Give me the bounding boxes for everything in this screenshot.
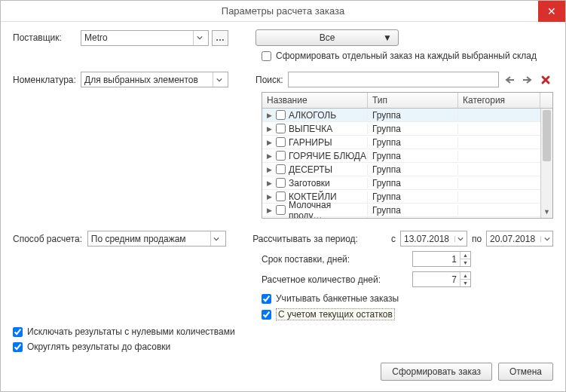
supplier-browse-button[interactable]: …: [212, 30, 228, 46]
chevron-down-icon: [213, 72, 225, 87]
close-button[interactable]: ✕: [538, 1, 565, 22]
table-row[interactable]: ▶Молочная проду…Группа: [262, 204, 540, 217]
row-checkbox[interactable]: [276, 164, 286, 174]
separate-order-label: Сформировать отдельный заказ на каждый в…: [276, 51, 537, 61]
col-category[interactable]: Категория: [458, 93, 540, 108]
row-name: ДЕСЕРТЫ: [289, 164, 332, 175]
row-checkbox[interactable]: [276, 178, 286, 188]
row-type: Группа: [368, 137, 458, 148]
period-to-value: 20.07.2018: [487, 234, 540, 244]
period-from-value: 13.07.2018: [401, 234, 454, 244]
search-input[interactable]: [288, 72, 499, 87]
expand-icon[interactable]: ▶: [267, 125, 273, 133]
row-name: АЛКОГОЛЬ: [289, 110, 336, 121]
row-checkbox[interactable]: [276, 205, 286, 215]
expand-icon[interactable]: ▶: [267, 112, 273, 119]
spin-down-icon[interactable]: ▼: [460, 259, 470, 266]
row-name: ВЫПЕЧКА: [289, 124, 332, 134]
round-label: Округлять результаты до фасовки: [27, 341, 170, 352]
table-row[interactable]: ▶АЛКОГОЛЬГруппа: [262, 109, 540, 122]
table-row[interactable]: ▶ГАРНИРЫГруппа: [262, 136, 540, 149]
from-label: с: [391, 234, 396, 244]
delivery-days-value: 1: [413, 254, 460, 265]
chevron-down-icon: [210, 231, 222, 246]
row-type: Группа: [368, 205, 458, 216]
row-type: Группа: [368, 151, 458, 161]
supplier-value: Metro: [84, 32, 108, 43]
nomenclature-label: Номенклатура:: [13, 75, 81, 85]
period-from-input[interactable]: 13.07.2018: [400, 231, 467, 247]
round-checkbox-input[interactable]: [13, 342, 23, 352]
calc-method-select[interactable]: По средним продажам: [87, 231, 226, 247]
spin-up-icon[interactable]: ▲: [460, 252, 470, 259]
expand-icon[interactable]: ▶: [267, 179, 273, 187]
table-row[interactable]: ▶ЗаготовкиГруппа: [262, 176, 540, 190]
search-clear-button[interactable]: [538, 72, 553, 87]
row-name: Молочная проду…: [289, 200, 367, 219]
expand-icon[interactable]: ▶: [267, 139, 273, 146]
banquet-label: Учитывать банкетные заказы: [276, 293, 399, 304]
row-type: Группа: [368, 110, 458, 121]
scroll-thumb[interactable]: [543, 110, 551, 161]
period-label: Рассчитывать за период:: [252, 234, 387, 244]
supplier-select[interactable]: Metro: [81, 30, 209, 46]
stock-label: С учетом текущих остатков: [276, 308, 395, 320]
spin-down-icon[interactable]: ▼: [460, 280, 470, 286]
row-checkbox[interactable]: [276, 137, 286, 147]
separate-order-checkbox[interactable]: Сформировать отдельный заказ на каждый в…: [262, 51, 537, 61]
nomenclature-select[interactable]: Для выбранных элементов: [81, 72, 228, 87]
row-name: Заготовки: [289, 178, 330, 188]
window-title: Параметры расчета заказа: [222, 5, 344, 17]
search-next-button[interactable]: [520, 72, 535, 87]
calc-days-value: 7: [413, 274, 460, 285]
search-prev-button[interactable]: [502, 72, 517, 87]
warehouse-dropdown[interactable]: Все ▼: [255, 29, 399, 46]
chevron-down-icon: [193, 31, 205, 45]
chevron-down-icon: ▼: [383, 32, 392, 43]
calc-method-value: По средним продажам: [91, 234, 186, 244]
spin-up-icon[interactable]: ▲: [460, 272, 470, 280]
cancel-button[interactable]: Отмена: [498, 363, 553, 381]
submit-button[interactable]: Сформировать заказ: [381, 363, 492, 381]
to-label: по: [472, 234, 482, 244]
exclude-zero-checkbox[interactable]: Исключать результаты с нулевыми количест…: [13, 326, 235, 337]
nomenclature-grid: Название Тип Категория ▶АЛКОГОЛЬГруппа▶В…: [262, 92, 553, 219]
calc-days-input[interactable]: 7 ▲▼: [412, 271, 471, 287]
calc-method-label: Способ расчета:: [13, 234, 87, 244]
chevron-down-icon: [540, 236, 552, 242]
expand-icon[interactable]: ▶: [267, 207, 273, 214]
grid-header: Название Тип Категория: [262, 93, 552, 109]
scroll-down-icon[interactable]: ▼: [541, 206, 552, 218]
exclude-zero-checkbox-input[interactable]: [13, 327, 23, 337]
table-row[interactable]: ▶ДЕСЕРТЫГруппа: [262, 163, 540, 176]
calc-days-label: Расчетное количество дней:: [262, 274, 412, 285]
expand-icon[interactable]: ▶: [267, 152, 273, 160]
col-type[interactable]: Тип: [368, 93, 458, 108]
table-row[interactable]: ▶ВЫПЕЧКАГруппа: [262, 122, 540, 136]
table-row[interactable]: ▶ГОРЯЧИЕ БЛЮДАГруппа: [262, 149, 540, 163]
warehouse-value: Все: [320, 32, 335, 43]
delivery-days-input[interactable]: 1 ▲▼: [412, 251, 471, 267]
row-type: Группа: [368, 164, 458, 175]
exclude-zero-label: Исключать результаты с нулевыми количест…: [27, 326, 235, 337]
row-checkbox[interactable]: [276, 110, 286, 120]
stock-checkbox[interactable]: С учетом текущих остатков: [262, 308, 395, 320]
banquet-checkbox[interactable]: Учитывать банкетные заказы: [262, 293, 399, 304]
period-to-input[interactable]: 20.07.2018: [486, 231, 553, 247]
banquet-checkbox-input[interactable]: [262, 294, 271, 304]
row-name: ГАРНИРЫ: [289, 137, 332, 148]
row-checkbox[interactable]: [276, 124, 286, 133]
separate-order-checkbox-input[interactable]: [262, 51, 271, 61]
titlebar: Параметры расчета заказа ✕: [1, 1, 565, 22]
row-name: ГОРЯЧИЕ БЛЮДА: [289, 151, 366, 161]
chevron-down-icon: [454, 236, 467, 242]
grid-scrollbar[interactable]: ▲ ▼: [540, 109, 552, 218]
row-type: Группа: [368, 191, 458, 202]
expand-icon[interactable]: ▶: [267, 166, 273, 173]
delivery-days-label: Срок поставки, дней:: [262, 254, 412, 265]
col-name[interactable]: Название: [262, 93, 368, 108]
row-checkbox[interactable]: [276, 151, 286, 161]
stock-checkbox-input[interactable]: [262, 310, 271, 320]
round-checkbox[interactable]: Округлять результаты до фасовки: [13, 341, 170, 352]
nomenclature-value: Для выбранных элементов: [84, 75, 198, 85]
